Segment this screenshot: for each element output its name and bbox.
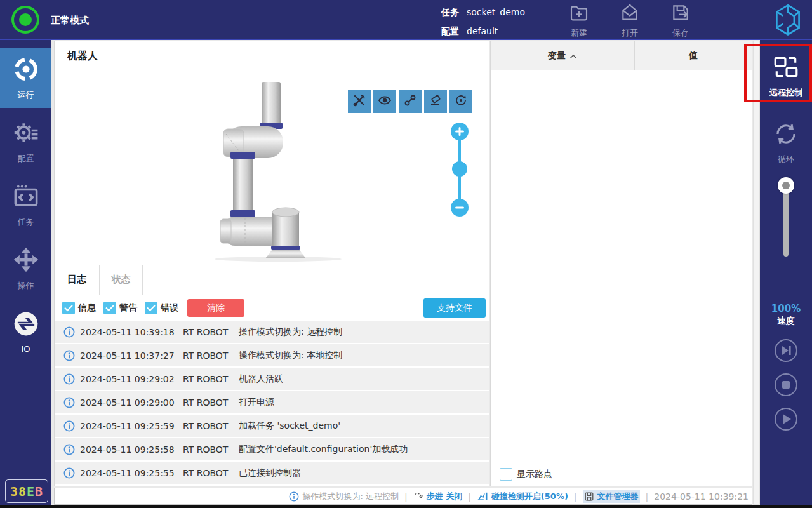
info-icon bbox=[63, 420, 75, 432]
show-waypoints-checkbox[interactable] bbox=[500, 468, 512, 481]
zoom-in-button[interactable] bbox=[451, 123, 469, 140]
speed-display: 100% 速度 bbox=[760, 303, 812, 327]
log-message: 操作模式切换为: 本地控制 bbox=[239, 350, 342, 361]
settings-gear-icon bbox=[13, 119, 39, 149]
log-row[interactable]: 2024-05-11 09:25:59 RT ROBOT 加载任务 'socke… bbox=[55, 415, 489, 437]
step-forward-button[interactable] bbox=[774, 338, 798, 363]
loop-button[interactable]: 循环 bbox=[760, 121, 812, 165]
file-manager-label: 文件管理器 bbox=[597, 491, 639, 502]
column-header-value[interactable]: 值 bbox=[635, 41, 752, 70]
left-sidebar: 运行 配置 bbox=[0, 40, 51, 505]
brand-cube-logo bbox=[774, 4, 802, 36]
log-time: 2024-05-11 10:37:27 bbox=[80, 351, 183, 361]
top-bar: 正常模式 任务 socket_demo 配置 default 新建 bbox=[0, 0, 812, 40]
speed-percent: 100% bbox=[760, 303, 812, 315]
stop-button[interactable] bbox=[774, 373, 798, 397]
waypoint-path-button[interactable] bbox=[399, 90, 422, 113]
badge-char: 8 bbox=[18, 484, 27, 499]
status-mode-message: 操作模式切换为: 远程控制 bbox=[289, 491, 399, 502]
speed-slider[interactable] bbox=[783, 185, 789, 257]
task-value: socket_demo bbox=[467, 4, 525, 20]
filter-info[interactable]: 信息 bbox=[62, 302, 96, 314]
task-config-info: 任务 socket_demo 配置 default bbox=[441, 4, 525, 42]
zoom-out-button[interactable] bbox=[451, 199, 469, 217]
view-visibility-button[interactable] bbox=[373, 90, 396, 113]
log-source: RT ROBOT bbox=[183, 468, 239, 478]
sidebar-item-config[interactable]: 配置 bbox=[0, 112, 51, 171]
sidebar-item-io[interactable]: IO bbox=[0, 302, 51, 362]
log-row[interactable]: 2024-05-11 09:25:58 RT ROBOT 配置文件'defaul… bbox=[55, 438, 489, 460]
open-task-label: 打开 bbox=[622, 27, 638, 39]
step-mode-toggle[interactable]: 步进 关闭 bbox=[413, 491, 463, 502]
sidebar-item-run[interactable]: 运行 bbox=[0, 48, 51, 108]
log-message: 加载任务 'socket_demo' bbox=[239, 420, 340, 432]
save-task-button[interactable]: 保存 bbox=[659, 3, 702, 38]
separator: | bbox=[404, 491, 408, 502]
tools-icon bbox=[352, 93, 366, 110]
scrollbar-track[interactable] bbox=[753, 41, 760, 505]
eraser-button[interactable] bbox=[424, 90, 447, 113]
sidebar-item-label: 操作 bbox=[18, 280, 34, 291]
sidebar-item-operate[interactable]: 操作 bbox=[0, 239, 51, 298]
column-header-variable[interactable]: 变量 bbox=[491, 41, 635, 70]
collision-detection-toggle[interactable]: 碰撞检测开启(50%) bbox=[477, 491, 568, 502]
task-label: 任务 bbox=[441, 4, 459, 20]
sidebar-item-label: 运行 bbox=[18, 90, 34, 101]
hex-code-badge: 3 8 E B bbox=[5, 479, 48, 503]
log-row[interactable]: 2024-05-11 09:29:00 RT ROBOT 打开电源 bbox=[55, 391, 489, 413]
log-source: RT ROBOT bbox=[183, 444, 239, 455]
sort-asc-icon bbox=[569, 51, 577, 61]
log-row[interactable]: 2024-05-11 10:37:27 RT ROBOT 操作模式切换为: 本地… bbox=[55, 344, 489, 366]
mode-label: 正常模式 bbox=[51, 15, 89, 27]
open-task-button[interactable]: 打开 bbox=[608, 3, 651, 38]
info-icon bbox=[63, 326, 75, 338]
panel-title: 机器人 bbox=[55, 41, 489, 70]
tools-button[interactable] bbox=[348, 90, 371, 113]
log-row[interactable]: 2024-05-11 09:29:02 RT ROBOT 机器人活跃 bbox=[55, 368, 489, 390]
filter-warning[interactable]: 警告 bbox=[103, 302, 137, 314]
log-source: RT ROBOT bbox=[183, 351, 239, 361]
error-checkbox[interactable] bbox=[145, 302, 157, 314]
config-value: default bbox=[467, 23, 498, 39]
view-toolbar bbox=[348, 90, 472, 113]
variable-column-label: 变量 bbox=[548, 50, 566, 62]
log-message: 操作模式切换为: 远程控制 bbox=[239, 326, 342, 338]
eye-icon bbox=[378, 93, 392, 110]
tab-status[interactable]: 状态 bbox=[100, 265, 143, 295]
tab-log[interactable]: 日志 bbox=[55, 265, 100, 295]
log-time: 2024-05-11 09:29:02 bbox=[80, 374, 183, 384]
remote-control-button[interactable]: 远程控制 bbox=[760, 54, 812, 98]
log-source: RT ROBOT bbox=[183, 398, 239, 408]
log-filter-row: 信息 警告 错误 清除 支持文件 bbox=[55, 295, 489, 321]
play-button[interactable] bbox=[774, 407, 798, 431]
sidebar-item-task[interactable]: 任务 bbox=[0, 175, 51, 235]
support-file-button[interactable]: 支持文件 bbox=[423, 298, 486, 318]
config-label: 配置 bbox=[441, 23, 459, 39]
info-checkbox[interactable] bbox=[62, 302, 75, 314]
robot-3d-viewport[interactable] bbox=[55, 70, 489, 265]
log-row[interactable]: 2024-05-11 09:25:55 RT ROBOT 已连接到控制器 bbox=[55, 462, 489, 484]
variables-panel: 变量 值 显示路点 bbox=[490, 41, 752, 486]
info-icon bbox=[63, 350, 75, 361]
log-status-tabs: 日志 状态 bbox=[55, 265, 489, 295]
bottom-edge-strip bbox=[0, 505, 812, 508]
collision-detection-icon bbox=[477, 491, 488, 502]
io-swap-icon bbox=[13, 311, 39, 340]
info-icon bbox=[63, 467, 75, 479]
log-list: 2024-05-11 10:39:18 RT ROBOT 操作模式切换为: 远程… bbox=[55, 321, 489, 484]
log-row[interactable]: 2024-05-11 10:39:18 RT ROBOT 操作模式切换为: 远程… bbox=[55, 321, 489, 343]
show-waypoints-toggle[interactable]: 显示路点 bbox=[500, 468, 552, 481]
log-message: 已连接到控制器 bbox=[239, 467, 301, 479]
warning-checkbox[interactable] bbox=[103, 302, 116, 314]
loop-label: 循环 bbox=[778, 154, 794, 165]
log-message: 机器人活跃 bbox=[239, 373, 283, 385]
filter-error[interactable]: 错误 bbox=[145, 302, 178, 314]
rotate-view-button[interactable] bbox=[449, 90, 472, 113]
speed-slider-handle[interactable] bbox=[778, 177, 794, 194]
new-task-button[interactable]: 新建 bbox=[557, 3, 601, 38]
zoom-control bbox=[451, 123, 469, 217]
zoom-slider-handle[interactable] bbox=[452, 161, 467, 177]
file-manager-button[interactable]: 文件管理器 bbox=[583, 490, 640, 503]
clear-log-button[interactable]: 清除 bbox=[187, 299, 244, 317]
task-code-icon bbox=[13, 183, 39, 212]
